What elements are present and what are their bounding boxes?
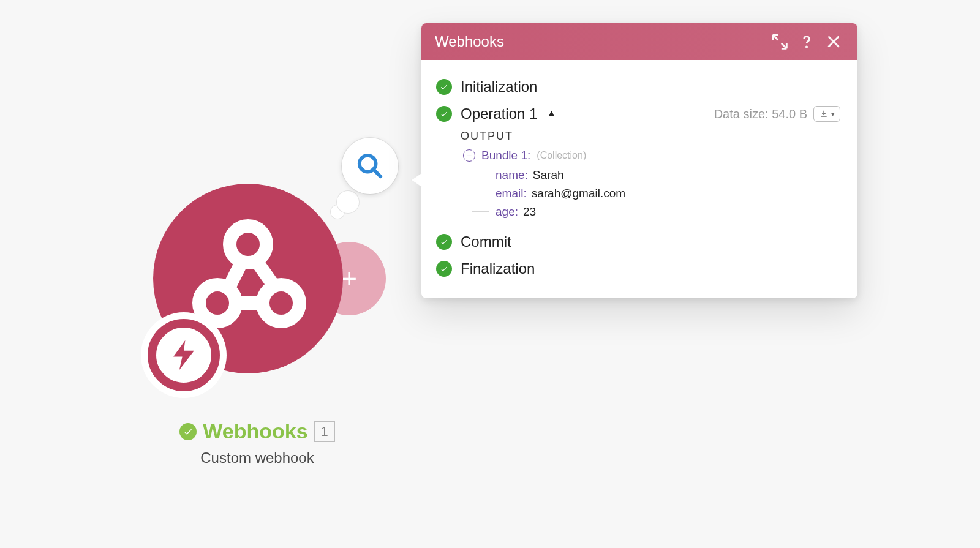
status-check — [436, 234, 452, 250]
svg-point-0 — [230, 226, 266, 263]
module-status-check — [179, 423, 197, 440]
operation-output: OUTPUT − Bundle 1: (Collection) name Sar… — [436, 130, 840, 221]
help-icon — [796, 31, 817, 52]
bundle-type: (Collection) — [537, 150, 586, 161]
step-label: Commit — [461, 233, 511, 250]
bundle-field: email sarah@gmail.com — [472, 184, 840, 203]
check-icon — [440, 265, 448, 273]
module-details-panel: Webhooks Initialization — [421, 23, 858, 298]
bundle-fields: name Sarah email sarah@gmail.com age 23 — [472, 166, 840, 221]
download-icon — [819, 109, 829, 119]
output-heading: OUTPUT — [461, 130, 840, 143]
svg-point-5 — [806, 47, 807, 47]
lightning-icon — [166, 337, 202, 373]
search-icon — [356, 152, 384, 180]
step-finalization[interactable]: Finalization — [436, 255, 840, 282]
field-key: name — [496, 168, 528, 182]
module-caption: Webhooks 1 Custom webhook — [153, 419, 361, 467]
step-initialization[interactable]: Initialization — [436, 73, 840, 100]
expand-icon — [769, 31, 790, 52]
bundle-row[interactable]: − Bundle 1: (Collection) — [463, 149, 840, 162]
thought-bubble-dot — [337, 191, 359, 213]
step-label: Initialization — [461, 78, 537, 96]
check-icon — [440, 238, 448, 246]
expand-panel-button[interactable] — [769, 31, 790, 52]
status-check — [436, 261, 452, 277]
step-label: Finalization — [461, 260, 535, 277]
panel-title: Webhooks — [435, 33, 763, 50]
svg-point-2 — [263, 285, 300, 321]
bundle-field: name Sarah — [472, 166, 840, 184]
step-operation-1[interactable]: Operation 1 ▲ Data size: 54.0 B ▾ — [436, 100, 840, 127]
webhooks-module-node[interactable]: + — [153, 184, 349, 380]
status-check — [436, 79, 452, 95]
field-key: email — [496, 187, 527, 200]
panel-header: Webhooks — [421, 23, 858, 60]
collapse-bundle-button[interactable]: − — [463, 149, 475, 162]
step-label: Operation 1 — [461, 105, 537, 122]
data-size: Data size: 54.0 B — [714, 107, 807, 121]
inspect-output-button[interactable] — [342, 138, 398, 194]
module-title: Webhooks — [203, 419, 307, 443]
close-panel-button[interactable] — [823, 31, 844, 52]
close-icon — [823, 31, 844, 52]
module-subtitle: Custom webhook — [153, 449, 361, 467]
plus-icon: + — [341, 265, 357, 292]
field-value: sarah@gmail.com — [532, 187, 625, 200]
instant-trigger-badge — [141, 312, 227, 398]
callout-pointer — [412, 173, 423, 187]
download-output-button[interactable]: ▾ — [813, 106, 840, 122]
svg-point-1 — [199, 285, 236, 321]
svg-line-4 — [374, 170, 381, 177]
field-value: Sarah — [533, 168, 564, 182]
check-icon — [440, 110, 448, 118]
bundle-label: Bundle 1: — [481, 149, 530, 162]
status-check — [436, 106, 452, 122]
check-icon — [183, 427, 193, 437]
module-bundle-count[interactable]: 1 — [314, 421, 335, 442]
caret-up-icon: ▲ — [547, 108, 556, 118]
bundle-field: age 23 — [472, 203, 840, 221]
chevron-down-icon: ▾ — [831, 110, 835, 118]
help-button[interactable] — [796, 31, 817, 52]
check-icon — [440, 83, 448, 91]
step-commit[interactable]: Commit — [436, 228, 840, 255]
field-key: age — [496, 205, 518, 219]
field-value: 23 — [523, 205, 536, 219]
